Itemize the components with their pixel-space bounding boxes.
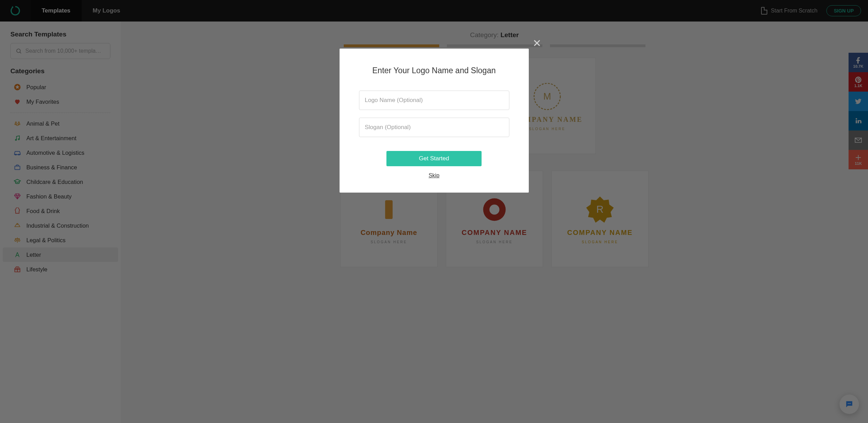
logo-name-modal: Enter Your Logo Name and Slogan Get Star… bbox=[340, 49, 529, 193]
logo-name-input[interactable] bbox=[359, 91, 509, 110]
get-started-button[interactable]: Get Started bbox=[386, 151, 482, 166]
close-icon[interactable]: ✕ bbox=[533, 38, 541, 49]
modal-title: Enter Your Logo Name and Slogan bbox=[359, 66, 509, 75]
modal-overlay: ✕ Enter Your Logo Name and Slogan Get St… bbox=[0, 0, 868, 423]
slogan-input[interactable] bbox=[359, 118, 509, 137]
skip-link[interactable]: Skip bbox=[359, 172, 509, 179]
